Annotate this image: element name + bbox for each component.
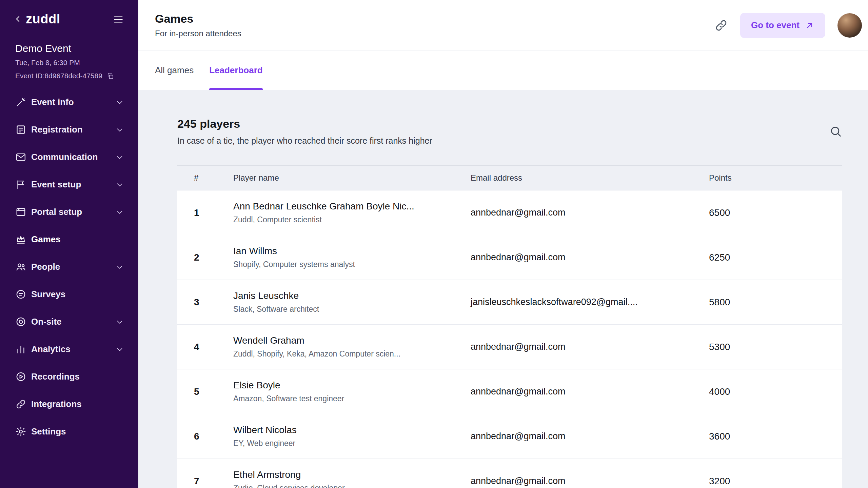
sidebar-item-event-setup[interactable]: Event setup: [0, 171, 138, 198]
player-org: Zuddl, Computer scientist: [233, 215, 460, 224]
sidebar-item-event-info[interactable]: Event info: [0, 88, 138, 116]
form-icon: [15, 124, 26, 135]
player-points: 3200: [709, 476, 842, 487]
table-row: 5 Elsie Boyle Amazon, Software test engi…: [177, 369, 842, 414]
sidebar-item-label: People: [31, 262, 115, 272]
player-name-cell: Ian Willms Shopify, Computer systems ana…: [233, 246, 471, 269]
play-circle-icon: [15, 371, 26, 382]
logo-row: zuddl: [0, 10, 138, 28]
chevron-left-icon[interactable]: [13, 14, 23, 24]
player-rank: 7: [177, 476, 233, 487]
player-rank: 1: [177, 207, 233, 218]
player-name: Wilbert Nicolas: [233, 425, 460, 435]
sidebar-item-on-site[interactable]: On-site: [0, 308, 138, 336]
chevron-down-icon: [115, 318, 124, 326]
player-name: Ethel Armstrong: [233, 469, 460, 480]
search-icon[interactable]: [829, 125, 842, 138]
target-icon: [15, 316, 26, 327]
sidebar-item-label: Settings: [31, 426, 124, 437]
hamburger-menu-icon[interactable]: [113, 13, 124, 25]
player-org: Slack, Software architect: [233, 305, 460, 314]
player-email: annbednar@gmail.com: [471, 386, 709, 397]
leaderboard-head: 245 players In case of a tie, the player…: [177, 117, 842, 146]
go-to-event-button[interactable]: Go to event: [740, 13, 825, 38]
chevron-down-icon: [115, 208, 124, 217]
table-row: 1 Ann Bednar Leuschke Graham Boyle Nic..…: [177, 190, 842, 235]
sidebar-item-settings[interactable]: Settings: [0, 418, 138, 445]
sidebar-item-label: Registration: [31, 124, 115, 135]
event-id: Event ID:8d9678ded-47589: [15, 72, 102, 80]
player-name-cell: Ethel Armstrong Zudio, Cloud services de…: [233, 469, 471, 488]
event-name: Demo Event: [0, 43, 138, 54]
share-link-icon[interactable]: [714, 19, 728, 32]
player-name: Wendell Graham: [233, 335, 460, 346]
header-actions: Go to event: [714, 13, 862, 38]
sidebar-item-registration[interactable]: Registration: [0, 116, 138, 143]
crown-icon: [15, 234, 26, 245]
flag-icon: [15, 179, 26, 190]
column-header-player-name: Player name: [233, 173, 471, 183]
player-name: Ann Bednar Leuschke Graham Boyle Nic...: [233, 201, 460, 212]
player-points: 4000: [709, 386, 842, 397]
player-points: 5300: [709, 342, 842, 352]
sidebar-menu: Event info Registration Communication Ev…: [0, 88, 138, 445]
column-header-rank: #: [177, 173, 233, 183]
event-date: Tue, Feb 8, 6:30 PM: [0, 59, 138, 67]
people-icon: [15, 261, 26, 272]
tab-all-games[interactable]: All games: [155, 51, 194, 90]
player-rank: 3: [177, 297, 233, 308]
sidebar-item-label: Event setup: [31, 179, 115, 190]
table-row: 6 Wilbert Nicolas EY, Web engineer annbe…: [177, 414, 842, 459]
table-row: 3 Janis Leuschke Slack, Software archite…: [177, 280, 842, 325]
sidebar-item-integrations[interactable]: Integrations: [0, 390, 138, 418]
table-row: 4 Wendell Graham Zuddl, Shopify, Keka, A…: [177, 325, 842, 369]
player-name: Elsie Boyle: [233, 380, 460, 391]
page-header: Games For in-person attendees Go to even…: [138, 0, 868, 51]
table-header-row: # Player name Email address Points: [177, 165, 842, 190]
player-name-cell: Wendell Graham Zuddl, Shopify, Keka, Ama…: [233, 335, 471, 359]
sidebar-item-label: Portal setup: [31, 207, 115, 217]
chevron-down-icon: [115, 153, 124, 162]
sidebar-item-label: On-site: [31, 317, 115, 327]
tab-bar: All games Leaderboard: [138, 51, 868, 90]
chevron-down-icon: [115, 180, 124, 189]
link-icon: [15, 399, 26, 410]
column-header-points: Points: [709, 173, 842, 183]
player-email: janisleuschkeslacksoftware092@gmail....: [471, 297, 709, 307]
tie-note: In case of a tie, the player who reached…: [177, 136, 432, 146]
sidebar-item-label: Event info: [31, 97, 115, 107]
players-count: 245 players: [177, 117, 432, 130]
table-row: 2 Ian Willms Shopify, Computer systems a…: [177, 235, 842, 280]
chevron-down-icon: [115, 263, 124, 271]
sidebar-item-people[interactable]: People: [0, 253, 138, 281]
sidebar-item-label: Surveys: [31, 289, 124, 300]
player-org: Amazon, Software test engineer: [233, 394, 460, 403]
sidebar-item-recordings[interactable]: Recordings: [0, 363, 138, 390]
sidebar-item-portal-setup[interactable]: Portal setup: [0, 198, 138, 226]
event-id-row: Event ID:8d9678ded-47589: [0, 72, 138, 80]
sidebar: zuddl Demo Event Tue, Feb 8, 6:30 PM Eve…: [0, 0, 138, 488]
player-rank: 5: [177, 386, 233, 397]
tab-leaderboard[interactable]: Leaderboard: [209, 51, 263, 90]
player-email: annbednar@gmail.com: [471, 476, 709, 486]
page-subtitle: For in-person attendees: [155, 29, 241, 38]
bar-chart-icon: [15, 344, 26, 355]
sidebar-item-surveys[interactable]: Surveys: [0, 281, 138, 308]
sidebar-item-analytics[interactable]: Analytics: [0, 336, 138, 363]
zuddl-logo: zuddl: [26, 12, 113, 26]
survey-icon: [15, 289, 26, 300]
gear-icon: [15, 426, 26, 437]
player-name: Janis Leuschke: [233, 290, 460, 301]
player-email: annbednar@gmail.com: [471, 207, 709, 218]
user-avatar[interactable]: [837, 13, 862, 38]
sidebar-item-label: Games: [31, 234, 124, 245]
mail-icon: [15, 151, 26, 163]
sidebar-item-communication[interactable]: Communication: [0, 143, 138, 171]
sidebar-item-games[interactable]: Games: [0, 226, 138, 253]
player-email: annbednar@gmail.com: [471, 342, 709, 352]
leaderboard-panel: 245 players In case of a tie, the player…: [138, 90, 868, 488]
player-org: Zuddl, Shopify, Keka, Amazon Computer sc…: [233, 349, 460, 359]
player-points: 6250: [709, 252, 842, 263]
sidebar-item-label: Communication: [31, 152, 115, 162]
copy-icon[interactable]: [106, 72, 114, 80]
